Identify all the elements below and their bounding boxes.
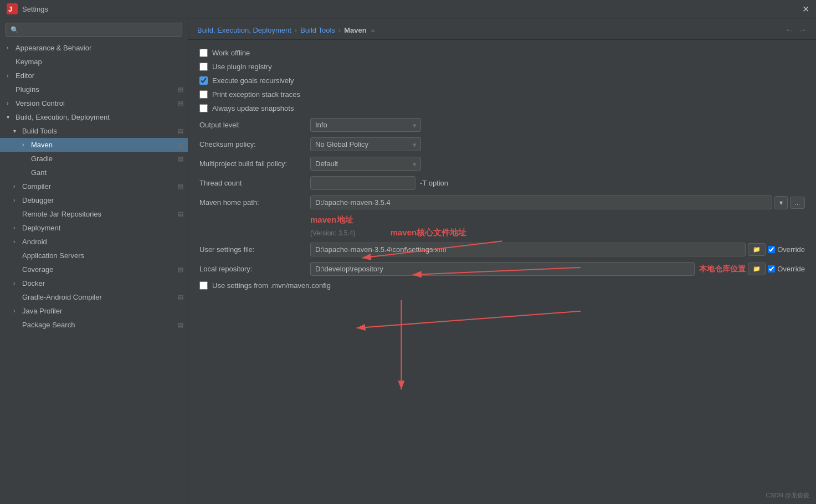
sidebar-item-gradle[interactable]: Gradle ▤	[0, 152, 188, 166]
user-settings-browse-btn[interactable]: 📁	[748, 243, 766, 256]
checksum-select-wrapper: No Global Policy Fail Warn Ignore	[310, 137, 421, 151]
watermark: CSDN @龙俊俊	[766, 491, 809, 500]
sidebar: 🔍 › Appearance & Behavior Keymap › Edito…	[0, 18, 188, 504]
sidebar-item-editor[interactable]: › Editor	[0, 69, 188, 83]
print-exception-row: Print exception stack traces	[199, 90, 805, 99]
print-exception-label: Print exception stack traces	[212, 90, 300, 99]
maven-home-input-wrapper: ▾ ...	[310, 196, 805, 209]
close-button[interactable]: ✕	[802, 4, 809, 14]
svg-text:J: J	[8, 5, 12, 13]
page-icon: ▤	[178, 210, 183, 218]
sidebar-item-android[interactable]: › Android	[0, 235, 188, 249]
maven-home-browse-btn[interactable]: ...	[790, 197, 805, 209]
arrow-icon: ›	[13, 280, 20, 286]
user-settings-override-checkbox[interactable]	[768, 246, 775, 253]
work-offline-checkbox[interactable]	[199, 49, 208, 57]
sidebar-item-label: Keymap	[16, 58, 183, 66]
maven-home-input[interactable]	[310, 196, 772, 209]
main-panel: Build, Execution, Deployment › Build Too…	[188, 18, 816, 504]
forward-arrow[interactable]: →	[798, 25, 807, 35]
sidebar-item-label: Maven	[31, 141, 178, 149]
window-title: Settings	[22, 5, 802, 13]
sidebar-item-build-tools[interactable]: ▾ Build Tools ▤	[0, 124, 188, 138]
sidebar-item-label: Version Control	[16, 99, 178, 107]
sidebar-item-build-exec[interactable]: ▾ Build, Execution, Deployment	[0, 110, 188, 124]
sidebar-item-gradle-android[interactable]: Gradle-Android Compiler ▤	[0, 290, 188, 304]
output-level-label: Output level:	[199, 121, 310, 129]
work-offline-row: Work offline	[199, 49, 805, 57]
thread-count-row: Thread count -T option	[199, 176, 805, 190]
sidebar-item-appearance[interactable]: › Appearance & Behavior	[0, 41, 188, 55]
user-settings-input[interactable]	[310, 243, 746, 256]
always-update-label: Always update snapshots	[212, 104, 294, 112]
multiproject-label: Multiproject build fail policy:	[199, 160, 310, 168]
sidebar-item-debugger[interactable]: › Debugger	[0, 193, 188, 207]
multiproject-select[interactable]: Default Never Always	[310, 157, 421, 171]
page-icon: ▤	[178, 155, 183, 162]
use-plugin-checkbox[interactable]	[199, 63, 208, 71]
sidebar-item-coverage[interactable]: Coverage ▤	[0, 263, 188, 276]
page-icon: ▤	[178, 100, 183, 107]
page-icon: ▤	[178, 141, 183, 148]
sidebar-item-gant[interactable]: Gant	[0, 166, 188, 179]
nav-arrows: ← →	[785, 25, 807, 35]
sidebar-item-plugins[interactable]: Plugins ▤	[0, 83, 188, 96]
maven-home-row-wrapper: Maven home path: ▾ ... maven地址	[199, 196, 805, 225]
sidebar-item-maven[interactable]: › Maven ▤	[0, 138, 188, 152]
page-icon: ▤	[178, 294, 183, 301]
breadcrumb-part2[interactable]: Build Tools	[300, 26, 335, 34]
sidebar-item-version-control[interactable]: › Version Control ▤	[0, 96, 188, 110]
arrow-icon: ›	[13, 183, 20, 189]
local-repo-browse-btn[interactable]: 📁	[748, 263, 766, 275]
page-icon: ▤	[178, 266, 183, 273]
breadcrumb-menu-icon[interactable]: ≡	[371, 26, 376, 34]
maven-addr-annotation: maven地址	[310, 215, 805, 225]
maven-home-label: Maven home path:	[199, 198, 310, 207]
always-update-checkbox[interactable]	[199, 104, 208, 112]
user-settings-override-wrapper: Override	[768, 245, 805, 254]
sidebar-item-label: Debugger	[22, 196, 183, 204]
search-box[interactable]: 🔍	[6, 23, 182, 37]
sidebar-item-keymap[interactable]: Keymap	[0, 55, 188, 69]
sidebar-item-label: Android	[22, 238, 183, 246]
sidebar-item-label: Plugins	[16, 85, 178, 94]
main-content: 🔍 › Appearance & Behavior Keymap › Edito…	[0, 18, 816, 504]
user-settings-label: User settings file:	[199, 245, 310, 254]
back-arrow[interactable]: ←	[785, 25, 794, 35]
use-settings-checkbox[interactable]	[199, 281, 208, 290]
checksum-select[interactable]: No Global Policy Fail Warn Ignore	[310, 137, 421, 151]
sidebar-item-java-profiler[interactable]: › Java Profiler	[0, 304, 188, 318]
sidebar-item-package-search[interactable]: Package Search ▤	[0, 318, 188, 332]
thread-count-label: Thread count	[199, 179, 310, 187]
local-repo-override-wrapper: Override	[768, 265, 805, 273]
use-settings-label: Use settings from .mvn/maven.config	[212, 281, 331, 290]
user-settings-input-wrapper: 📁 Override	[310, 243, 805, 256]
sidebar-item-app-servers[interactable]: Application Servers	[0, 249, 188, 263]
local-repo-label: Local repository:	[199, 265, 310, 273]
sidebar-item-remote-jar[interactable]: Remote Jar Repositories ▤	[0, 207, 188, 221]
sidebar-item-label: Java Profiler	[22, 307, 183, 315]
local-repo-input[interactable]	[310, 262, 695, 276]
sidebar-item-label: Deployment	[22, 224, 183, 232]
thread-count-input[interactable]	[310, 176, 415, 190]
breadcrumb-part1[interactable]: Build, Execution, Deployment	[197, 26, 291, 34]
search-input[interactable]	[21, 25, 177, 34]
app-icon: J	[7, 3, 18, 14]
page-icon: ▤	[178, 86, 183, 93]
search-icon: 🔍	[11, 26, 19, 34]
checksum-row: Checksum policy: No Global Policy Fail W…	[199, 137, 805, 151]
sidebar-item-deployment[interactable]: › Deployment	[0, 221, 188, 235]
sidebar-item-label: Gant	[31, 168, 183, 177]
page-icon: ▤	[178, 127, 183, 135]
print-exception-checkbox[interactable]	[199, 90, 208, 99]
sidebar-item-docker[interactable]: › Docker	[0, 276, 188, 290]
sidebar-item-label: Docker	[22, 279, 183, 287]
local-repo-override-checkbox[interactable]	[768, 265, 775, 272]
execute-goals-checkbox[interactable]	[199, 76, 208, 85]
sidebar-item-label: Appearance & Behavior	[16, 44, 183, 52]
maven-home-row: Maven home path: ▾ ...	[199, 196, 805, 209]
output-level-select[interactable]: Info Debug Verbose Quiet	[310, 118, 421, 132]
maven-home-dropdown-btn[interactable]: ▾	[774, 196, 788, 209]
sidebar-item-compiler[interactable]: › Compiler ▤	[0, 179, 188, 193]
multiproject-row: Multiproject build fail policy: Default …	[199, 157, 805, 171]
